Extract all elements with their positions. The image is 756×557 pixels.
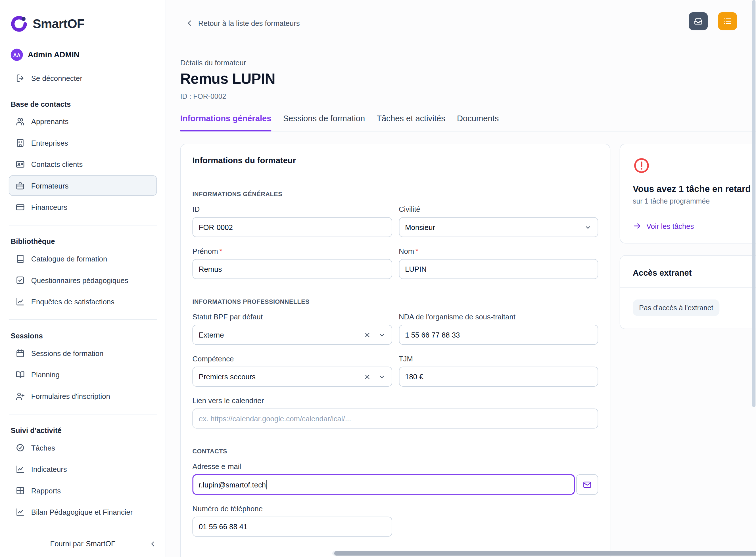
sidebar-item-planning[interactable]: Planning xyxy=(9,364,157,385)
logout-button[interactable]: Se déconnecter xyxy=(9,67,157,88)
logout-label: Se déconnecter xyxy=(31,74,82,82)
top-actions xyxy=(689,12,737,30)
calendar-link-input[interactable] xyxy=(193,409,599,429)
nda-label: NDA de l'organisme de sous-traitant xyxy=(399,313,598,321)
users-icon xyxy=(16,117,25,126)
sidebar-item-indicateurs[interactable]: Indicateurs xyxy=(9,459,157,479)
app-window: SmartOF AA Admin ADMIN Se déconnecter Ba… xyxy=(0,0,756,557)
calendar-label: Lien vers le calendrier xyxy=(193,396,599,405)
horizontal-scrollbar-thumb[interactable] xyxy=(334,551,756,556)
section-professional-informations: INFORMATIONS PROFESSIONNELLES xyxy=(193,298,599,305)
footer-brand-link[interactable]: SmartOF xyxy=(86,539,115,548)
close-icon xyxy=(363,331,371,339)
sidebar-item-questionnaires-pedagogiques[interactable]: Questionnaires pédagogiques xyxy=(9,270,157,290)
divider xyxy=(9,225,157,226)
horizontal-scrollbar xyxy=(332,551,756,556)
tab-informations-generales[interactable]: Informations générales xyxy=(180,114,271,131)
check-circle-icon xyxy=(16,443,25,452)
required-marker: * xyxy=(220,247,222,255)
right-panel: Vous avez 1 tâche en retard sur 1 tâche … xyxy=(620,144,756,329)
tjm-field-group: TJM xyxy=(399,355,598,387)
competence-field-group: Compétence Premiers secours xyxy=(193,355,392,387)
tab-taches-et-activites[interactable]: Tâches et activités xyxy=(377,114,445,131)
section-general-informations: INFORMATIONS GÉNÉRALES xyxy=(193,191,599,198)
id-input[interactable] xyxy=(193,217,392,237)
bpf-label: Statut BPF par défaut xyxy=(193,313,392,321)
section-contacts: CONTACTS xyxy=(193,448,599,455)
book-open-icon xyxy=(16,370,25,379)
email-field-group: Adresse e-mail r.lupin@smartof.tech xyxy=(193,462,599,495)
lastname-label: Nom* xyxy=(399,247,598,255)
user-name: Admin ADMIN xyxy=(28,51,80,59)
checklist-icon xyxy=(16,275,25,285)
chevron-down-icon xyxy=(584,223,592,231)
tab-sessions-de-formation[interactable]: Sessions de formation xyxy=(283,114,365,131)
clear-button[interactable] xyxy=(363,373,371,380)
text-cursor xyxy=(266,480,267,489)
sidebar-item-apprenants[interactable]: Apprenants xyxy=(9,111,157,131)
firstname-input[interactable] xyxy=(193,259,392,279)
divider xyxy=(9,319,157,320)
phone-field-group: Numéro de téléphone xyxy=(193,504,392,536)
divider xyxy=(620,287,756,288)
sidebar-item-taches[interactable]: Tâches xyxy=(9,437,157,458)
avatar: AA xyxy=(11,49,23,61)
send-email-button[interactable] xyxy=(576,474,598,495)
id-field-group: ID xyxy=(193,205,392,237)
competence-select[interactable]: Premiers secours xyxy=(193,367,392,387)
page-title: Remus LUPIN xyxy=(180,71,275,87)
divider xyxy=(9,414,157,414)
chevron-down-icon xyxy=(378,373,385,380)
tjm-label: TJM xyxy=(399,355,598,363)
page-context: Détails du formateur xyxy=(180,58,246,67)
sidebar-item-contacts-clients[interactable]: Contacts clients xyxy=(9,154,157,174)
back-to-trainers-link[interactable]: Retour à la liste des formateurs xyxy=(185,19,300,27)
tab-documents[interactable]: Documents xyxy=(457,114,499,131)
list-button[interactable] xyxy=(718,12,737,30)
chevron-down-icon xyxy=(378,331,385,339)
extranet-status-badge: Pas d'accès à l'extranet xyxy=(633,299,720,316)
late-tasks-card: Vous avez 1 tâche en retard sur 1 tâche … xyxy=(620,144,756,243)
chevron-left-icon xyxy=(185,19,194,27)
building-icon xyxy=(16,138,25,147)
email-input[interactable]: r.lupin@smartof.tech xyxy=(193,474,575,495)
view-tasks-link[interactable]: Voir les tâches xyxy=(633,222,756,230)
phone-input[interactable] xyxy=(193,517,392,536)
sidebar-item-bilan-pedagogique-financier[interactable]: Bilan Pédagogique et Financier xyxy=(9,502,157,522)
tabs: Informations générales Sessions de forma… xyxy=(180,114,756,131)
sidebar-item-sessions-de-formation[interactable]: Sessions de formation xyxy=(9,343,157,363)
nda-input[interactable] xyxy=(399,325,598,345)
sidebar-section-sessions: Sessions xyxy=(0,331,166,340)
grid-icon xyxy=(16,486,25,495)
inbox-button[interactable] xyxy=(689,12,708,30)
sidebar-item-rapports[interactable]: Rapports xyxy=(9,480,157,500)
bpf-select[interactable]: Externe xyxy=(193,325,392,345)
sidebar-item-formateurs[interactable]: Formateurs xyxy=(9,175,157,196)
sidebar-section-base-de-contacts: Base de contacts xyxy=(0,100,166,108)
collapse-sidebar-button[interactable] xyxy=(146,537,160,551)
sidebar-item-financeurs[interactable]: Financeurs xyxy=(9,197,157,217)
sidebar-item-entreprises[interactable]: Entreprises xyxy=(9,133,157,153)
brand-name: SmartOF xyxy=(33,16,84,31)
clear-button[interactable] xyxy=(363,331,371,339)
vertical-scrollbar-thumb[interactable] xyxy=(752,0,755,407)
sidebar-footer: Fourni par SmartOF xyxy=(0,530,166,557)
sidebar-item-catalogue-de-formation[interactable]: Catalogue de formation xyxy=(9,248,157,269)
civility-field-group: Civilité Monsieur xyxy=(399,205,598,237)
lastname-input[interactable] xyxy=(399,259,598,279)
chart-icon xyxy=(16,297,25,306)
sidebar-section-bibliotheque: Bibliothèque xyxy=(0,237,166,245)
sidebar-section-suivi-activite: Suivi d'activité xyxy=(0,426,166,434)
inbox-icon xyxy=(694,17,703,26)
sidebar-item-formulaires-inscription[interactable]: Formulaires d'inscription xyxy=(9,385,157,406)
mail-icon xyxy=(582,480,592,489)
tjm-input[interactable] xyxy=(399,367,598,387)
extranet-access-card: Accès extranet Pas d'accès à l'extranet xyxy=(620,255,756,329)
sidebar-item-enquetes-de-satisfactions[interactable]: Enquêtes de satisfactions xyxy=(9,291,157,312)
civility-select[interactable]: Monsieur xyxy=(399,217,598,237)
chart-icon xyxy=(16,464,25,473)
id-card-icon xyxy=(16,159,25,169)
bank-card-icon xyxy=(16,202,25,212)
divider xyxy=(181,176,610,176)
required-marker: * xyxy=(415,247,418,255)
